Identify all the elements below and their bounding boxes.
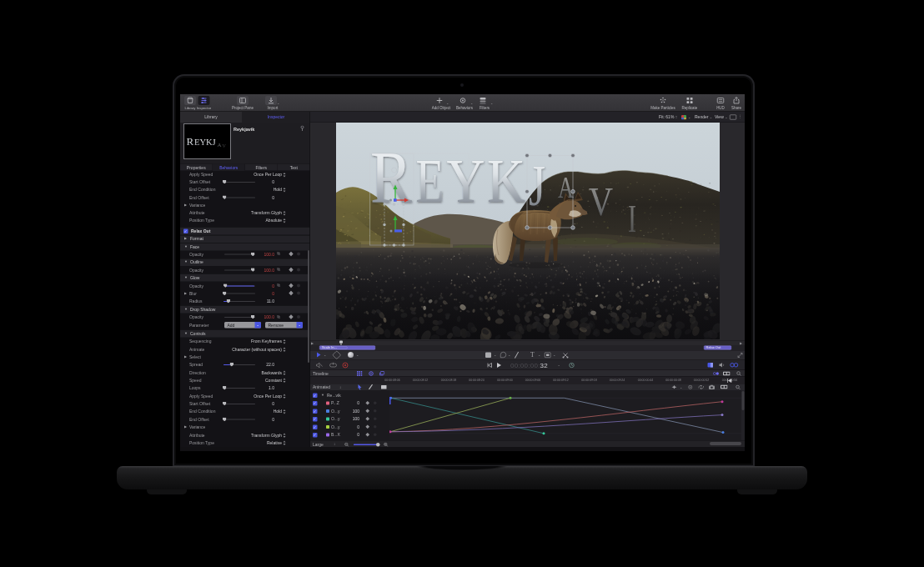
svg-text:EYKJ: EYKJ — [194, 138, 216, 147]
svg-text:V: V — [223, 143, 227, 148]
svg-text:K: K — [487, 147, 525, 215]
svg-text:R: R — [187, 135, 194, 148]
svg-text:R: R — [370, 137, 412, 218]
svg-text:J: J — [529, 153, 545, 218]
svg-text:Y: Y — [447, 147, 485, 215]
svg-text:I: I — [628, 198, 636, 240]
svg-text:V: V — [589, 178, 613, 224]
svg-text:E: E — [416, 147, 444, 215]
svg-text:A: A — [218, 142, 222, 148]
